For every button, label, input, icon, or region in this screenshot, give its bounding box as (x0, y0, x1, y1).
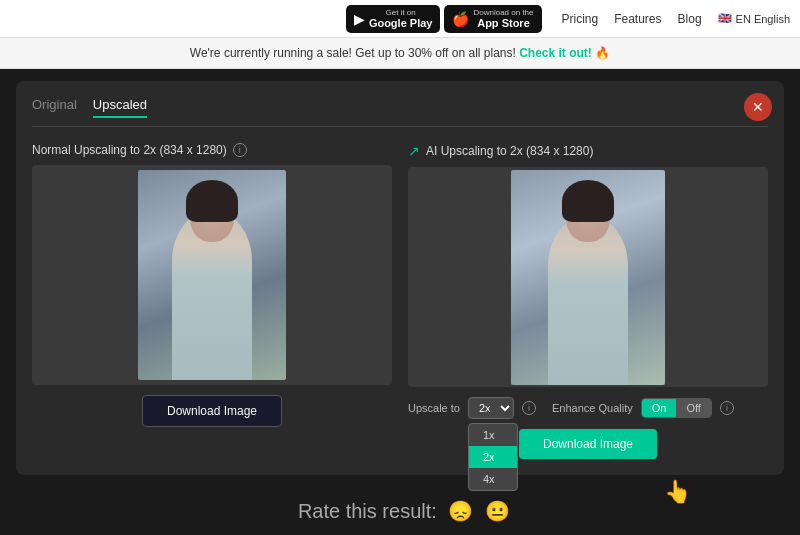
google-play-button[interactable]: ▶ Get it on Google Play (346, 5, 441, 33)
dropdown-option-2x[interactable]: 2x (469, 446, 517, 468)
pricing-link[interactable]: Pricing (562, 12, 599, 26)
app-store-button[interactable]: 🍎 Download on the App Store (444, 5, 541, 33)
normal-image-placeholder (138, 170, 286, 380)
tab-upscaled[interactable]: Upscaled (93, 97, 147, 118)
sale-cta[interactable]: Check it out! (519, 46, 592, 60)
upscale-to-label: Upscale to (408, 402, 460, 414)
normal-upscale-panel: Normal Upscaling to 2x (834 x 1280) i Do… (32, 143, 392, 459)
apple-icon: 🍎 (452, 11, 469, 27)
app-store-prelabel: Download on the (473, 8, 533, 17)
normal-upscale-info-icon[interactable]: i (233, 143, 247, 157)
enhance-info-icon[interactable]: i (720, 401, 734, 415)
upscale-dropdown-container: 2x 1x 4x 1x 2x 4x (468, 397, 514, 419)
app-store-label: App Store (477, 17, 530, 29)
cursor-pointer: 👆 (664, 481, 691, 503)
ai-image-placeholder (511, 170, 665, 385)
language-button[interactable]: 🇬🇧 EN English (718, 12, 790, 25)
download-ai-button[interactable]: Download Image (519, 429, 657, 459)
flag-icon: 🇬🇧 (718, 12, 732, 25)
ai-hair-shape (562, 180, 614, 222)
main-content: ✕ Original Upscaled Normal Upscaling to … (16, 81, 784, 475)
fire-emoji: 🔥 (595, 46, 610, 60)
rate-label: Rate this result: (298, 500, 437, 522)
features-link[interactable]: Features (614, 12, 661, 26)
normal-upscale-image (32, 165, 392, 385)
sale-banner: We're currently running a sale! Get up t… (0, 38, 800, 69)
ai-upscale-image (408, 167, 768, 387)
neutral-emoji[interactable]: 😐 (485, 500, 510, 522)
upscale-controls: Upscale to 2x 1x 4x 1x 2x 4x i Enhance (408, 397, 768, 419)
ai-upscale-panel: ↗ AI Upscaling to 2x (834 x 1280) Upscal… (408, 143, 768, 459)
enhance-quality-label: Enhance Quality (552, 402, 633, 414)
ai-upscale-title: ↗ AI Upscaling to 2x (834 x 1280) (408, 143, 768, 159)
close-button[interactable]: ✕ (744, 93, 772, 121)
tab-original[interactable]: Original (32, 97, 77, 118)
google-play-prelabel: Get it on (369, 8, 433, 17)
nav-links: Pricing Features Blog 🇬🇧 EN English (562, 12, 791, 26)
enhance-toggle: On Off (641, 398, 712, 418)
blog-link[interactable]: Blog (678, 12, 702, 26)
google-play-label: Google Play (369, 17, 433, 29)
top-nav: ▶ Get it on Google Play 🍎 Download on th… (0, 0, 800, 38)
normal-upscale-title: Normal Upscaling to 2x (834 x 1280) i (32, 143, 392, 157)
sad-emoji[interactable]: 😞 (448, 500, 473, 522)
tabs-container: Original Upscaled (32, 97, 768, 127)
hand-cursor-icon: 👆 (664, 479, 691, 504)
ai-upscale-icon: ↗ (408, 143, 420, 159)
sale-text: We're currently running a sale! Get up t… (190, 46, 516, 60)
comparison-panels: Normal Upscaling to 2x (834 x 1280) i Do… (32, 143, 768, 459)
upscale-dropdown-menu: 1x 2x 4x (468, 423, 518, 491)
enhance-on-button[interactable]: On (642, 399, 677, 417)
google-play-icon: ▶ (354, 11, 365, 27)
download-normal-button[interactable]: Download Image (142, 395, 282, 427)
lang-label: EN English (736, 13, 790, 25)
upscale-select[interactable]: 2x 1x 4x (468, 397, 514, 419)
enhance-off-button[interactable]: Off (676, 399, 710, 417)
upscale-info-icon[interactable]: i (522, 401, 536, 415)
hair-shape (186, 180, 238, 222)
dropdown-option-4x[interactable]: 4x (469, 468, 517, 490)
dropdown-option-1x[interactable]: 1x (469, 424, 517, 446)
